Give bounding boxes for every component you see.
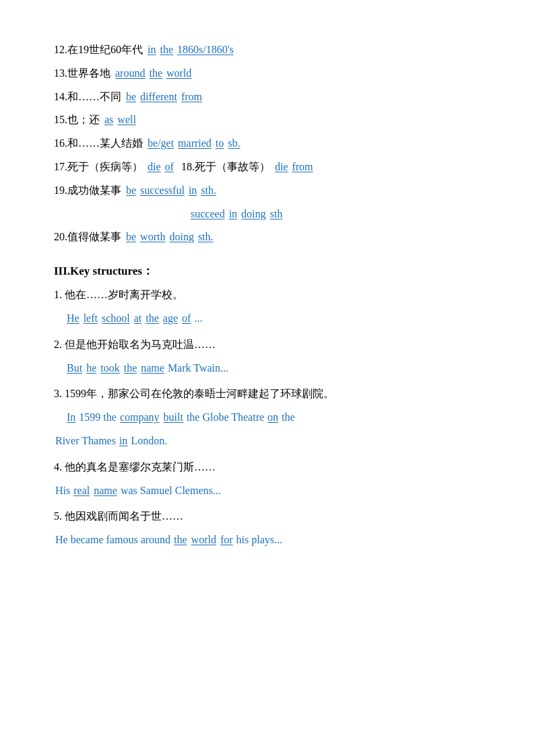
phrase-18-die: die	[275, 158, 288, 177]
phrase-15-well: well	[117, 110, 136, 130]
phrase-13: 13.世界各地 around the world	[54, 64, 481, 83]
sentence-2-en: But he took the name Mark Twain...	[54, 359, 481, 378]
phrase-19b-sth: sth	[270, 205, 283, 224]
s4-his: His	[55, 481, 70, 501]
phrase-20: 20.值得做某事 be worth doing sth.	[54, 228, 481, 247]
sentence-3-en-line2: River Thames in London.	[54, 432, 481, 451]
s1-age: age	[163, 309, 178, 329]
phrase-20-cn: 20.值得做某事	[54, 228, 121, 247]
sentence-2-cn-text: 2. 但是他开始取名为马克吐温……	[54, 335, 216, 355]
phrase-20-sth: sth.	[198, 228, 214, 247]
phrase-19-sth: sth.	[201, 181, 216, 201]
s3-the1: the	[103, 408, 117, 427]
phrase-19-successful: successful	[140, 181, 185, 201]
phrase-14-be: be	[126, 88, 136, 107]
s3-built: built	[164, 408, 183, 427]
s4-was: was Samuel Clemens...	[121, 481, 221, 501]
s5-hisplays: his plays...	[237, 530, 282, 550]
phrase-12-in: in	[148, 40, 156, 60]
phrase-15: 15.也；还 as well	[54, 110, 481, 130]
s1-at: at	[134, 309, 142, 329]
phrase-13-cn: 13.世界各地	[54, 64, 111, 83]
phrase-19: 19.成功做某事 be successful in sth.	[54, 181, 481, 201]
phrase-12-1860s: 1860s/1860's	[177, 40, 234, 60]
phrase-12-the: the	[160, 40, 173, 60]
phrase-16-cn: 16.和……某人结婚	[54, 134, 143, 153]
s2-took: took	[100, 359, 119, 378]
s2-but: But	[67, 359, 82, 378]
s1-the: the	[146, 309, 159, 329]
s3-london: London.	[131, 432, 167, 451]
phrase-16-to: to	[216, 134, 224, 153]
sentence-3-cn-text: 3. 1599年，那家公司在伦敦的泰晤士河畔建起了环球剧院。	[54, 384, 334, 404]
s3-on: on	[268, 408, 278, 427]
phrase-15-as: as	[104, 110, 113, 130]
s3-1599: 1599	[79, 408, 100, 427]
phrase-16-married: married	[178, 134, 212, 153]
s4-real: real	[73, 481, 90, 501]
phrase-19b-doing: doing	[241, 205, 265, 224]
phrase-17-18: 17.死于（疾病等） die of 18.死于（事故等） die from	[54, 158, 481, 177]
sentence-3-cn: 3. 1599年，那家公司在伦敦的泰晤士河畔建起了环球剧院。	[54, 384, 481, 404]
sentence-1-cn: 1. 他在……岁时离开学校。	[54, 285, 481, 305]
phrases-section: 12.在19世纪60年代 in the 1860s/1860's 13.世界各地…	[54, 40, 481, 247]
sentence-4-cn: 4. 他的真名是塞缪尔克莱门斯……	[54, 458, 481, 477]
s5-famous: famous	[106, 530, 138, 550]
sentence-1: 1. 他在……岁时离开学校。 He left school at the age…	[54, 285, 481, 329]
phrase-16-sb: sb.	[228, 134, 240, 153]
s5-he: He	[55, 530, 68, 550]
s1-left: left	[84, 309, 98, 329]
s1-he: He	[67, 309, 80, 329]
s2-name: name	[141, 359, 164, 378]
phrase-17-of: of	[165, 158, 174, 177]
sentence-4-en: His real name was Samuel Clemens...	[54, 481, 481, 501]
s5-world: world	[191, 530, 216, 550]
s5-became: became	[71, 530, 104, 550]
sentence-4-cn-text: 4. 他的真名是塞缪尔克莱门斯……	[54, 458, 216, 477]
s2-he: he	[86, 359, 96, 378]
s5-around: around	[141, 530, 170, 550]
s3-the2: the	[282, 408, 295, 427]
sentence-3-en-line1: In 1599 the company built the Globe Thea…	[54, 408, 481, 427]
sentence-5: 5. 他因戏剧而闻名于世…… He became famous around t…	[54, 507, 481, 550]
section3-title: III.Key structures：	[54, 263, 481, 279]
phrase-18-from: from	[292, 158, 313, 177]
sentence-5-cn-text: 5. 他因戏剧而闻名于世……	[54, 507, 183, 526]
phrase-19-cn: 19.成功做某事	[54, 181, 121, 201]
sentence-4: 4. 他的真名是塞缪尔克莱门斯…… His real name was Samu…	[54, 458, 481, 501]
phrase-19b: succeed in doing sth	[54, 205, 481, 224]
sentence-5-en: He became famous around the world for hi…	[54, 530, 481, 550]
phrase-12-cn: 12.在19世纪60年代	[54, 40, 143, 60]
phrase-16: 16.和……某人结婚 be/get married to sb.	[54, 134, 481, 153]
s2-the: the	[124, 359, 137, 378]
phrase-16-beget: be/get	[148, 134, 174, 153]
phrase-19-in: in	[189, 181, 197, 201]
phrase-18-cn: 18.死于（事故等）	[181, 158, 270, 177]
phrase-12: 12.在19世纪60年代 in the 1860s/1860's	[54, 40, 481, 60]
phrase-13-world: world	[166, 64, 191, 83]
s3-riverthames: River Thames	[55, 432, 116, 451]
phrase-14-cn: 14.和……不同	[54, 88, 121, 107]
phrase-19b-succeed: succeed	[191, 205, 225, 224]
sentence-1-en: He left school at the age of ...	[54, 309, 481, 329]
s1-ellipsis: ...	[194, 309, 202, 329]
phrase-15-cn: 15.也；还	[54, 110, 100, 130]
phrase-17-cn: 17.死于（疾病等）	[54, 158, 143, 177]
s4-name: name	[94, 481, 117, 501]
phrase-14-from: from	[181, 88, 202, 107]
sentence-1-cn-text: 1. 他在……岁时离开学校。	[54, 285, 183, 305]
phrase-20-doing: doing	[169, 228, 193, 247]
phrase-19-be: be	[126, 181, 136, 201]
sentence-2-cn: 2. 但是他开始取名为马克吐温……	[54, 335, 481, 355]
phrase-17-die: die	[148, 158, 161, 177]
phrase-13-the: the	[149, 64, 162, 83]
s5-the: the	[174, 530, 187, 550]
s3-in-london: in	[119, 432, 127, 451]
phrase-19b-in: in	[229, 205, 237, 224]
phrase-20-be: be	[126, 228, 136, 247]
s1-school: school	[102, 309, 130, 329]
s3-globe: the Globe Theatre	[187, 408, 264, 427]
s3-company: company	[120, 408, 160, 427]
s5-for: for	[220, 530, 233, 550]
phrase-14-different: different	[140, 88, 177, 107]
